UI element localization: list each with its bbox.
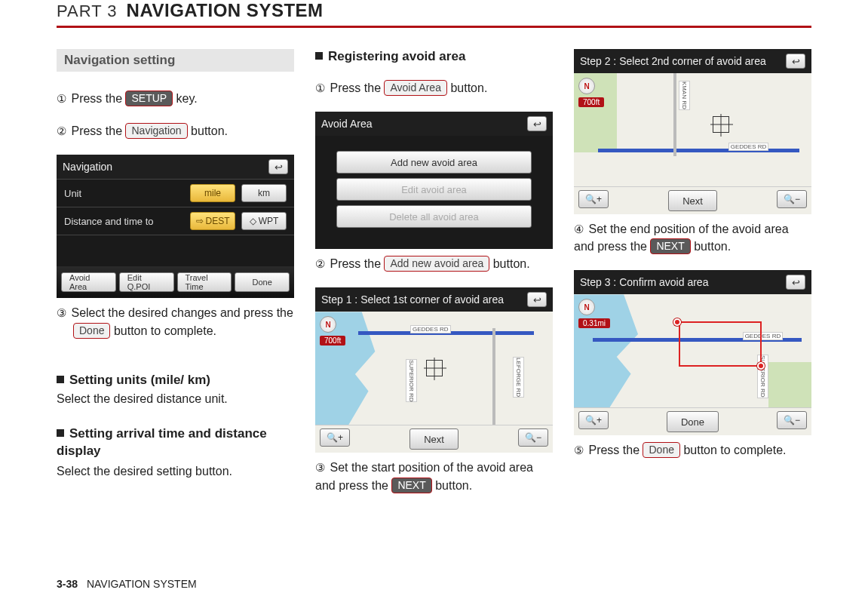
magnifier-plus-icon: 🔍 <box>585 415 597 425</box>
minus-icon: − <box>795 194 800 204</box>
screenshot-title: Navigation <box>63 161 112 173</box>
crosshair-icon <box>713 116 729 133</box>
edit-avoid-area-button[interactable]: Edit avoid area <box>336 178 532 201</box>
screenshot-title: Step 2 : Select 2nd corner of avoid area <box>580 55 766 67</box>
back-icon[interactable]: ↩ <box>786 275 805 290</box>
col3-step-5: ⑤ Press the Done button to complete. <box>574 441 811 459</box>
map-green <box>768 362 811 407</box>
unit-km-button[interactable]: km <box>241 184 287 202</box>
subheading-arrival-text: Setting arrival time and distance displa… <box>57 426 267 458</box>
back-icon[interactable]: ↩ <box>786 54 805 69</box>
minus-icon: − <box>536 432 541 443</box>
col2-step2-a: Press the <box>330 257 384 270</box>
step-number-2: ② <box>315 256 325 272</box>
map-area[interactable]: GEDDES RD SUPERIOR RD N 0.31mi <box>574 294 811 407</box>
screenshot-avoid-step2: Step 2 : Select 2nd corner of avoid area… <box>574 49 811 214</box>
setup-key-chip: SETUP <box>125 91 173 106</box>
step-1: ① Press the SETUP key. <box>57 90 294 107</box>
magnifier-minus-icon: 🔍 <box>784 194 795 204</box>
column-1: Navigation setting ① Press the SETUP key… <box>57 49 294 509</box>
zoom-in-button[interactable]: 🔍+ <box>320 428 350 447</box>
column-2: Registering avoid area ① Press the Avoid… <box>315 49 553 509</box>
col2-step3-b: button. <box>432 479 472 492</box>
col2-step-2: ② Press the Add new avoid area button. <box>315 255 553 272</box>
step-3: ③ Select the desired changes and press t… <box>57 304 294 339</box>
subtext-units: Select the desired distance unit. <box>57 392 294 406</box>
back-icon[interactable]: ↩ <box>268 159 288 174</box>
map-scale: 0.31mi <box>578 318 610 328</box>
dest-button[interactable]: ⇨DEST <box>190 212 235 230</box>
col2-step2-b: button. <box>489 257 529 270</box>
map-area[interactable]: GEDDES RD KMAN RD N 700ft <box>574 73 811 186</box>
square-bullet-icon <box>57 429 64 437</box>
section-heading: Navigation setting <box>64 53 175 67</box>
subtext-arrival: Select the desired setting button. <box>57 465 294 478</box>
map-road <box>673 73 676 156</box>
magnifier-plus-icon: 🔍 <box>585 194 597 204</box>
compass-icon[interactable]: N <box>578 78 595 94</box>
subheading-register-avoid-text: Registering avoid area <box>328 49 465 63</box>
step-2: ② Press the Navigation button. <box>57 122 294 140</box>
delete-all-avoid-area-button[interactable]: Delete all avoid area <box>336 205 532 228</box>
avoid-corner-dot <box>757 362 765 370</box>
zoom-out-button[interactable]: 🔍− <box>777 411 807 429</box>
col3-step-4: ④ Set the end position of the avoid area… <box>574 220 811 255</box>
square-bullet-icon <box>315 52 323 60</box>
edit-qpoi-button[interactable]: Edit Q.POI <box>119 272 174 292</box>
subheading-register-avoid: Registering avoid area <box>315 49 553 64</box>
step-number-2: ② <box>57 123 66 140</box>
screenshot-avoid-area-list: Avoid Area ↩ Add new avoid area Edit avo… <box>315 112 553 249</box>
page-footer: 3-38 NAVIGATION SYSTEM <box>57 578 197 590</box>
navigation-button-chip: Navigation <box>125 123 187 139</box>
map-road <box>598 149 800 152</box>
road-label: KMAN RD <box>679 81 690 110</box>
zoom-in-button[interactable]: 🔍+ <box>578 411 609 429</box>
step-3-text-a: Select the desired changes and press the <box>71 306 293 319</box>
magnifier-minus-icon: 🔍 <box>525 432 536 443</box>
step-number-3: ③ <box>57 305 66 321</box>
unit-mile-button[interactable]: mile <box>190 184 235 202</box>
wpt-icon: ◇ <box>250 216 256 226</box>
zoom-in-button[interactable]: 🔍+ <box>578 190 609 208</box>
row-unit-label: Unit <box>64 188 184 199</box>
done-button[interactable]: Done <box>667 411 719 432</box>
plus-icon: + <box>338 432 343 443</box>
done-button-chip: Done <box>73 323 110 339</box>
road-label: GEDDES RD <box>410 325 451 333</box>
zoom-out-button[interactable]: 🔍− <box>777 190 807 208</box>
col3-step5-b: button to complete. <box>680 444 787 456</box>
screenshot-title: Step 1 : Select 1st corner of avoid area <box>321 293 504 306</box>
back-icon[interactable]: ↩ <box>527 292 547 307</box>
step-number-4: ④ <box>574 221 584 238</box>
add-new-avoid-area-chip: Add new avoid area <box>384 256 489 272</box>
travel-time-button[interactable]: Travel Time <box>177 272 232 292</box>
next-button-chip: NEXT <box>391 478 431 493</box>
map-area[interactable]: GEDDES RD LEFORGE RD SUPERIOR RD N 700ft <box>315 312 553 425</box>
col2-step-1: ① Press the Avoid Area button. <box>315 79 553 97</box>
map-scale: 700ft <box>320 336 345 346</box>
add-new-avoid-area-button[interactable]: Add new avoid area <box>336 151 532 174</box>
magnifier-plus-icon: 🔍 <box>327 432 338 443</box>
zoom-out-button[interactable]: 🔍− <box>518 428 548 447</box>
subheading-units: Setting units (mile/ km) <box>57 373 294 388</box>
next-button-chip: NEXT <box>650 238 690 254</box>
plus-icon: + <box>597 194 602 204</box>
avoid-area-button[interactable]: Avoid Area <box>61 272 116 292</box>
next-button[interactable]: Next <box>668 190 717 211</box>
done-button-chip: Done <box>643 442 679 458</box>
part-label: PART 3 <box>57 2 118 21</box>
wpt-button[interactable]: ◇WPT <box>241 212 287 230</box>
screenshot-avoid-step3: Step 3 : Confirm avoid area ↩ GEDDES RD … <box>574 270 811 435</box>
back-icon[interactable]: ↩ <box>527 116 547 131</box>
step-number-5: ⑤ <box>574 442 584 459</box>
col2-step-3: ③ Set the start position of the avoid ar… <box>315 459 553 493</box>
screenshot-title: Step 3 : Confirm avoid area <box>580 276 708 288</box>
done-button[interactable]: Done <box>235 272 290 292</box>
crosshair-icon <box>426 360 443 376</box>
col3-step5-a: Press the <box>588 444 643 456</box>
wpt-label: WPT <box>259 216 279 226</box>
minus-icon: − <box>795 415 800 425</box>
dest-label: DEST <box>206 216 230 226</box>
next-button[interactable]: Next <box>409 428 459 450</box>
square-bullet-icon <box>57 376 64 383</box>
